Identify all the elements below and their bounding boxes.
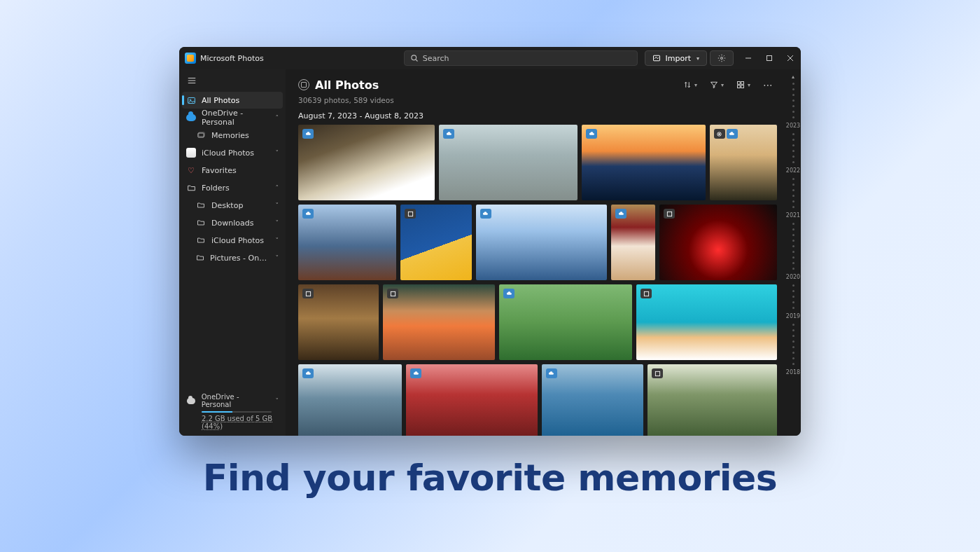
- filter-button[interactable]: [706, 76, 728, 93]
- search-input[interactable]: Search: [404, 50, 638, 66]
- titlebar: Microsoft Photos Search Import: [179, 47, 801, 69]
- photo-thumbnail[interactable]: [400, 205, 472, 280]
- svg-rect-21: [408, 212, 412, 216]
- local-badge-icon: [405, 209, 416, 219]
- minimize-button[interactable]: [738, 47, 759, 69]
- chevron-up-icon: ˄: [276, 184, 279, 191]
- cloud-badge-icon: [586, 129, 597, 139]
- svg-rect-5: [767, 56, 772, 61]
- cloud-badge-icon: [302, 129, 314, 139]
- app-title: Microsoft Photos: [200, 54, 264, 63]
- photo-thumbnail[interactable]: [542, 364, 643, 436]
- svg-rect-17: [737, 85, 740, 88]
- sidebar-item-favorites[interactable]: Favorites: [182, 162, 283, 179]
- photo-thumbnail[interactable]: [439, 125, 578, 200]
- cloud-badge-icon: [410, 368, 421, 378]
- scrubber-year: 2018: [786, 369, 800, 375]
- storage-title: OneDrive - Personal: [202, 393, 270, 408]
- sidebar-item-all-photos[interactable]: All Photos: [182, 92, 283, 109]
- photo-thumbnail[interactable]: [383, 284, 495, 360]
- sort-button[interactable]: [679, 76, 701, 93]
- cloud-icon: [186, 396, 196, 406]
- chevron-down-icon: ˅: [276, 254, 279, 261]
- sidebar-item-label: Memories: [211, 131, 249, 140]
- svg-rect-26: [655, 371, 659, 375]
- photo-thumbnail[interactable]: [710, 125, 777, 200]
- cloud-badge-icon: [480, 209, 491, 219]
- scrubber-year: 2019: [786, 313, 800, 319]
- svg-rect-15: [737, 82, 740, 85]
- pictures-icon: [186, 95, 196, 105]
- photo-thumbnail[interactable]: [659, 205, 777, 280]
- photo-thumbnail[interactable]: [636, 284, 777, 360]
- more-button[interactable]: [759, 76, 777, 93]
- storage-detail: 2.2 GB used of 5 GB (44%): [202, 415, 279, 430]
- search-icon: [410, 54, 419, 62]
- sidebar-item-icloud[interactable]: iCloud Photos ˅: [182, 144, 283, 161]
- scrubber-year: 2023: [786, 123, 800, 129]
- all-photos-icon: [298, 79, 309, 90]
- svg-rect-25: [644, 291, 648, 296]
- chevron-down-icon: ˅: [276, 149, 279, 156]
- photo-thumbnail[interactable]: [406, 364, 538, 436]
- local-badge-icon: [640, 289, 652, 298]
- scrubber-top-icon: ▴: [792, 74, 794, 80]
- cloud-badge-icon: [727, 129, 738, 139]
- cloud-badge-icon: [615, 209, 626, 219]
- hamburger-button[interactable]: [182, 72, 202, 89]
- sidebar-item-label: All Photos: [202, 96, 239, 105]
- sidebar-item-label: iCloud Photos: [202, 149, 254, 158]
- sidebar-item-downloads[interactable]: Downloads ˅: [182, 214, 283, 231]
- sidebar-item-icloud-folder[interactable]: iCloud Photos ˅: [182, 232, 283, 249]
- svg-rect-18: [741, 85, 744, 88]
- sidebar-item-pictures-onedrive[interactable]: Pictures - OneDrive Personal ˅: [182, 249, 283, 266]
- date-header: August 7, 2023 - August 8, 2023: [298, 111, 777, 120]
- sidebar-item-label: Folders: [202, 184, 230, 193]
- photo-thumbnail[interactable]: [298, 284, 379, 360]
- view-button[interactable]: [732, 76, 755, 93]
- photo-thumbnail[interactable]: [298, 205, 396, 280]
- sidebar-item-desktop[interactable]: Desktop ˅: [182, 197, 283, 214]
- photo-thumbnail[interactable]: [499, 284, 632, 360]
- svg-rect-16: [741, 82, 744, 85]
- sidebar-item-memories[interactable]: Memories: [182, 127, 283, 144]
- chevron-up-icon: ˄: [276, 114, 279, 121]
- main-pane: All Photos 30639 photos, 589 videos Augu…: [286, 69, 801, 436]
- sidebar: All Photos OneDrive - Personal ˄ Memorie…: [179, 69, 286, 436]
- close-button[interactable]: [780, 47, 801, 69]
- folder-icon: [196, 253, 204, 263]
- filter-icon: [710, 81, 718, 89]
- app-body: All Photos OneDrive - Personal ˄ Memorie…: [179, 69, 801, 436]
- scrubber-year: 2021: [786, 212, 800, 219]
- photo-thumbnail[interactable]: [476, 205, 607, 280]
- maximize-button[interactable]: [759, 47, 780, 69]
- local-badge-icon: [387, 289, 398, 298]
- local-badge-icon: [664, 209, 675, 219]
- svg-point-0: [412, 55, 416, 60]
- sidebar-item-label: Pictures - OneDrive Personal: [210, 254, 270, 263]
- photo-thumbnail[interactable]: [298, 125, 435, 200]
- content: All Photos 30639 photos, 589 videos Augu…: [286, 69, 785, 436]
- chevron-down-icon: ˅: [276, 397, 279, 404]
- timeline-scrubber[interactable]: ▴ 2023 2022 2021 2020 2019 2018: [785, 69, 801, 436]
- sidebar-item-label: OneDrive - Personal: [202, 109, 270, 127]
- settings-button[interactable]: [710, 50, 734, 66]
- scrubber-year: 2022: [786, 167, 800, 174]
- svg-rect-24: [391, 291, 395, 296]
- cloud-badge-icon: [503, 289, 514, 298]
- svg-rect-22: [667, 212, 671, 216]
- sidebar-item-folders[interactable]: Folders ˄: [182, 179, 283, 196]
- storage-panel[interactable]: OneDrive - Personal ˅ 2.2 GB used of 5 G…: [182, 390, 283, 432]
- import-button[interactable]: Import: [645, 50, 707, 66]
- folder-icon: [196, 235, 206, 245]
- photo-thumbnail[interactable]: [298, 364, 402, 436]
- photo-thumbnail[interactable]: [611, 205, 655, 280]
- sidebar-item-onedrive[interactable]: OneDrive - Personal ˄: [182, 109, 283, 126]
- folder-icon: [196, 200, 206, 210]
- local-badge-icon: [652, 368, 663, 378]
- photo-thumbnail[interactable]: [648, 364, 777, 436]
- svg-rect-2: [654, 55, 660, 61]
- photo-thumbnail[interactable]: [582, 125, 705, 200]
- hamburger-icon: [187, 76, 197, 85]
- sidebar-item-label: iCloud Photos: [211, 236, 264, 245]
